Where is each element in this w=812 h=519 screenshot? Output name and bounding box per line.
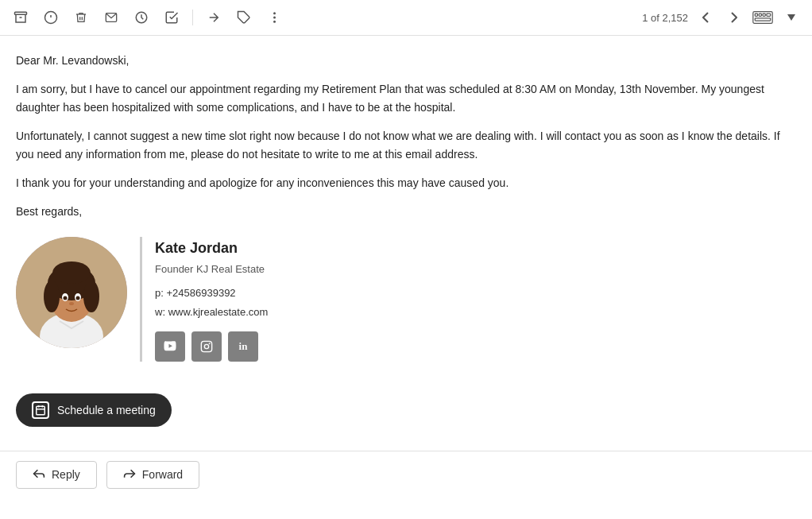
svg-point-8 xyxy=(273,17,276,19)
reply-arrow-icon xyxy=(33,468,45,482)
signature-info: Kate Jordan Founder KJ Real Estate p: +2… xyxy=(155,237,268,362)
delete-icon[interactable] xyxy=(70,6,92,29)
signer-name: Kate Jordan xyxy=(155,237,268,260)
instagram-button[interactable] xyxy=(191,331,222,362)
svg-point-22 xyxy=(83,281,99,312)
move-icon[interactable] xyxy=(203,6,225,29)
snooze-icon[interactable] xyxy=(130,6,153,29)
pagination-text: 1 of 2,152 xyxy=(642,12,688,24)
report-icon[interactable] xyxy=(40,6,62,29)
reply-button[interactable]: Reply xyxy=(16,461,97,489)
svg-point-27 xyxy=(76,296,80,300)
schedule-meeting-button[interactable]: Schedule a meeting xyxy=(16,393,172,427)
toolbar-actions xyxy=(10,6,639,29)
more-icon[interactable] xyxy=(263,6,285,29)
keyboard-shortcuts-icon[interactable] xyxy=(752,6,774,29)
signature-divider xyxy=(140,237,142,362)
email-paragraph1: I am sorry, but I have to cancel our app… xyxy=(16,80,796,116)
email-body: Dear Mr. Levandowski, I am sorry, but I … xyxy=(0,36,812,385)
toolbar-separator xyxy=(192,10,193,25)
task-icon[interactable] xyxy=(160,6,183,29)
avatar-image xyxy=(16,237,127,348)
mark-unread-icon[interactable] xyxy=(100,6,122,29)
forward-button[interactable]: Forward xyxy=(106,461,199,489)
email-greeting: Dear Mr. Levandowski, xyxy=(16,52,796,69)
svg-rect-11 xyxy=(755,14,757,16)
svg-point-9 xyxy=(273,21,276,23)
forward-arrow-icon xyxy=(123,468,136,482)
email-signature: Kate Jordan Founder KJ Real Estate p: +2… xyxy=(16,237,796,362)
svg-rect-15 xyxy=(755,18,771,21)
archive-icon[interactable] xyxy=(10,6,32,29)
website-url: www.kjrealestate.com xyxy=(168,306,269,318)
svg-point-28 xyxy=(69,302,74,305)
schedule-section: Schedule a meeting xyxy=(0,385,812,443)
svg-rect-14 xyxy=(767,14,771,16)
prev-email-button[interactable] xyxy=(694,6,717,29)
settings-dropdown-button[interactable] xyxy=(780,6,802,29)
phone-label: p: xyxy=(155,287,164,299)
forward-label: Forward xyxy=(142,468,183,481)
email-toolbar: 1 of 2,152 xyxy=(0,0,812,36)
youtube-button[interactable] xyxy=(155,331,185,362)
website-label: w: xyxy=(155,306,165,318)
linkedin-button[interactable]: in xyxy=(228,331,258,362)
calendar-icon xyxy=(32,401,49,419)
social-links: in xyxy=(155,331,268,362)
svg-point-21 xyxy=(44,281,60,312)
signer-phone: p: +24586939392 xyxy=(155,285,268,302)
signer-website: w: www.kjrealestate.com xyxy=(155,304,268,321)
svg-rect-29 xyxy=(201,341,211,351)
toolbar-navigation: 1 of 2,152 xyxy=(642,6,802,29)
svg-point-30 xyxy=(204,344,208,348)
schedule-meeting-label: Schedule a meeting xyxy=(57,404,156,416)
svg-rect-32 xyxy=(37,406,45,414)
action-bar: Reply Forward xyxy=(0,451,812,505)
avatar xyxy=(16,237,127,348)
email-closing: Best regards, xyxy=(16,203,796,220)
next-email-button[interactable] xyxy=(723,6,745,29)
reply-label: Reply xyxy=(52,468,80,481)
email-paragraph2: Unfortunately, I cannot suggest a new ti… xyxy=(16,127,796,163)
phone-number: +24586939392 xyxy=(166,287,235,299)
signer-title: Founder KJ Real Estate xyxy=(155,261,268,278)
email-paragraph3: I thank you for your understanding and a… xyxy=(16,174,796,192)
svg-point-26 xyxy=(64,296,68,300)
linkedin-label: in xyxy=(239,339,248,355)
svg-rect-13 xyxy=(763,14,765,16)
svg-point-31 xyxy=(209,343,210,344)
svg-rect-0 xyxy=(15,12,27,14)
svg-rect-12 xyxy=(759,14,761,16)
label-icon[interactable] xyxy=(233,6,255,29)
svg-point-7 xyxy=(273,12,276,14)
svg-point-23 xyxy=(52,261,91,284)
